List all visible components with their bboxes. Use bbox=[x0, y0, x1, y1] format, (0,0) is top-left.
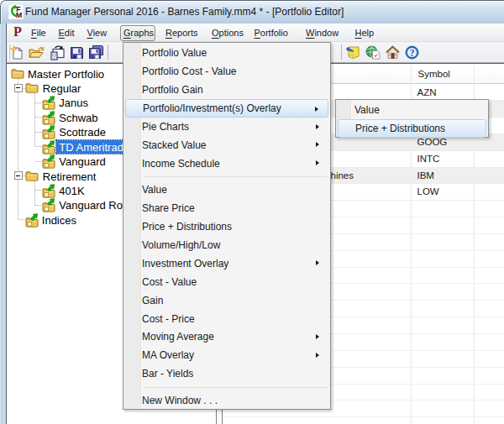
svg-text:?: ? bbox=[410, 48, 415, 58]
svg-text:M: M bbox=[16, 11, 23, 19]
